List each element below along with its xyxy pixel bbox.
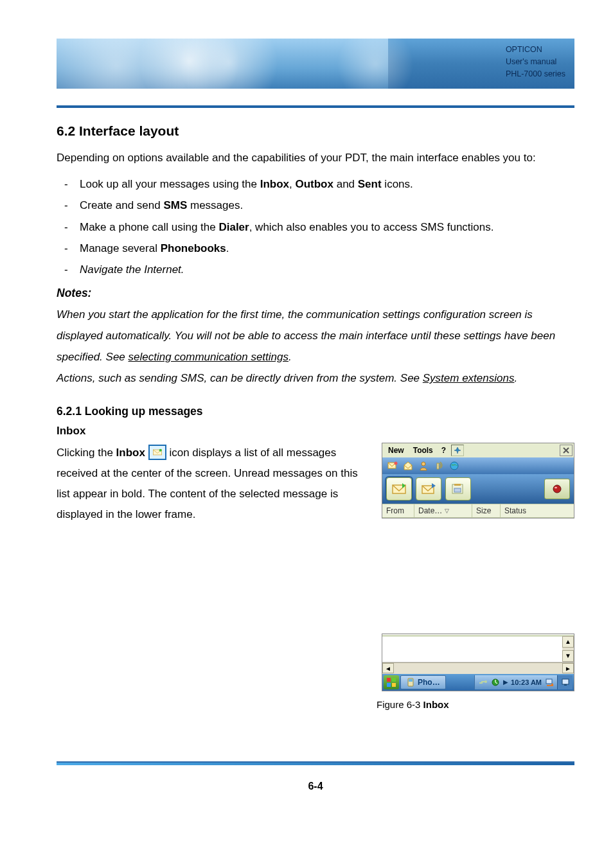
clock: 10:23 AM bbox=[511, 678, 542, 686]
svg-rect-12 bbox=[454, 488, 461, 492]
svg-rect-25 bbox=[562, 679, 569, 684]
inbox-heading: Inbox bbox=[57, 425, 574, 438]
note-paragraph-1: When you start the application for the f… bbox=[57, 304, 574, 368]
text: Make a phone call using the bbox=[80, 221, 218, 233]
signal-icon[interactable] bbox=[432, 459, 445, 472]
svg-point-5 bbox=[422, 462, 425, 466]
svg-point-13 bbox=[553, 485, 561, 493]
intro-paragraph: Depending on options available and the c… bbox=[57, 148, 574, 168]
col-size[interactable]: Size bbox=[472, 504, 501, 517]
text: Actions, such as sending SMS, can be dir… bbox=[57, 372, 423, 384]
inbox-paragraph: Clicking the Inbox icon displays a list … bbox=[57, 443, 374, 526]
section-title: 6.2 Interface layout bbox=[57, 123, 574, 139]
splitter[interactable] bbox=[382, 635, 574, 637]
text: Figure 6-3 bbox=[377, 699, 423, 710]
sent-word: Sent bbox=[358, 178, 382, 190]
menu-new[interactable]: New bbox=[384, 445, 409, 456]
text: . bbox=[289, 351, 292, 363]
content-pane: ▲ ▼ bbox=[382, 634, 574, 662]
svg-rect-16 bbox=[392, 678, 396, 682]
feature-item-5: Navigate the Internet. bbox=[80, 259, 574, 280]
scroll-down-icon[interactable]: ▼ bbox=[562, 650, 574, 662]
sms-word: SMS bbox=[163, 199, 187, 211]
banner-line2: User's manual bbox=[506, 56, 565, 68]
start-button[interactable] bbox=[384, 675, 399, 689]
vertical-scrollbar[interactable]: ▲ ▼ bbox=[562, 636, 574, 662]
inbox-word: Inbox bbox=[260, 178, 289, 190]
link-selecting-settings[interactable]: selecting communication settings bbox=[129, 351, 289, 363]
connection-icon bbox=[477, 677, 488, 687]
svg-point-7 bbox=[450, 462, 458, 470]
col-date-label: Date… bbox=[418, 506, 442, 515]
scroll-left-icon[interactable]: ◄ bbox=[382, 663, 394, 673]
phone-tools-window: New Tools ? bbox=[382, 443, 574, 518]
show-desktop-button[interactable] bbox=[557, 675, 573, 689]
text: , which also enables you to access SMS f… bbox=[249, 221, 494, 233]
text: Clicking the bbox=[57, 447, 116, 459]
new-mail-icon[interactable] bbox=[386, 459, 399, 472]
table-header: From Date… ▽ Size Status bbox=[382, 504, 574, 518]
lower-frame-window: ▲ ▼ ◄ ► Pho… ▶ 10:23 AM bbox=[382, 633, 574, 691]
tray-arrow-icon: ▶ bbox=[503, 678, 508, 686]
svg-rect-15 bbox=[387, 678, 391, 682]
link-system-extensions[interactable]: System extensions bbox=[423, 372, 515, 384]
figure-caption: Figure 6-3 Inbox bbox=[57, 699, 574, 710]
text: icons. bbox=[382, 178, 413, 190]
svg-rect-20 bbox=[409, 679, 413, 682]
text: Manage several bbox=[80, 242, 161, 254]
taskbar-app-label: Pho… bbox=[418, 678, 440, 687]
col-date[interactable]: Date… ▽ bbox=[414, 504, 472, 517]
text: Create and send bbox=[80, 199, 163, 211]
feature-item-2: Create and send SMS messages. bbox=[80, 195, 574, 216]
feature-item-4: Manage several Phonebooks. bbox=[80, 238, 574, 259]
banner-line1: OPTICON bbox=[506, 44, 565, 56]
outbox-button[interactable] bbox=[416, 477, 441, 500]
menubar: New Tools ? bbox=[382, 443, 574, 457]
dialer-word: Dialer bbox=[218, 221, 249, 233]
svg-rect-26 bbox=[564, 684, 567, 686]
col-status[interactable]: Status bbox=[501, 504, 537, 517]
feature-item-3: Make a phone call using the Dialer, whic… bbox=[80, 217, 574, 238]
mail-open-icon[interactable] bbox=[402, 459, 414, 472]
pin-icon[interactable] bbox=[451, 445, 464, 456]
svg-rect-17 bbox=[387, 683, 391, 687]
phonebooks-word: Phonebooks bbox=[161, 242, 226, 254]
toolbar-large bbox=[382, 474, 574, 504]
horizontal-scrollbar[interactable]: ◄ ► bbox=[382, 662, 574, 674]
status-icon bbox=[490, 677, 501, 687]
screen-icon bbox=[544, 677, 555, 687]
banner-underline bbox=[57, 105, 574, 108]
svg-rect-23 bbox=[546, 679, 552, 684]
inbox-button[interactable] bbox=[386, 477, 412, 500]
scroll-right-icon[interactable]: ► bbox=[562, 663, 574, 673]
col-from[interactable]: From bbox=[382, 504, 414, 517]
menu-help[interactable]: ? bbox=[438, 445, 450, 456]
banner-art bbox=[57, 39, 388, 89]
feature-item-1: Look up all your messages using the Inbo… bbox=[80, 173, 574, 195]
toolbar-small bbox=[382, 457, 574, 474]
svg-rect-6 bbox=[437, 463, 439, 469]
subsection-title: 6.2.1 Looking up messages bbox=[57, 405, 574, 418]
inbox-word: Inbox bbox=[116, 447, 145, 459]
svg-point-21 bbox=[484, 680, 487, 683]
svg-point-14 bbox=[555, 486, 557, 488]
note-paragraph-2: Actions, such as sending SMS, can be dir… bbox=[57, 368, 574, 389]
scroll-up-icon[interactable]: ▲ bbox=[562, 636, 574, 648]
footer-divider bbox=[57, 761, 574, 769]
close-icon[interactable] bbox=[560, 445, 573, 456]
outbox-word: Outbox bbox=[295, 178, 333, 190]
figure-caption-bold: Inbox bbox=[423, 699, 449, 710]
sort-desc-icon: ▽ bbox=[445, 508, 449, 514]
system-tray[interactable]: ▶ 10:23 AM bbox=[474, 675, 557, 689]
taskbar-app-button[interactable]: Pho… bbox=[400, 675, 446, 689]
banner-text: OPTICON User's manual PHL-7000 series bbox=[506, 44, 565, 80]
contact-icon[interactable] bbox=[417, 459, 430, 472]
svg-rect-11 bbox=[454, 484, 461, 486]
record-button[interactable] bbox=[544, 479, 570, 499]
svg-point-3 bbox=[395, 461, 398, 465]
sent-button[interactable] bbox=[445, 477, 471, 500]
menu-tools[interactable]: Tools bbox=[409, 445, 438, 456]
globe-icon[interactable] bbox=[448, 459, 461, 472]
svg-rect-24 bbox=[551, 684, 553, 686]
banner-line3: PHL-7000 series bbox=[506, 68, 565, 80]
